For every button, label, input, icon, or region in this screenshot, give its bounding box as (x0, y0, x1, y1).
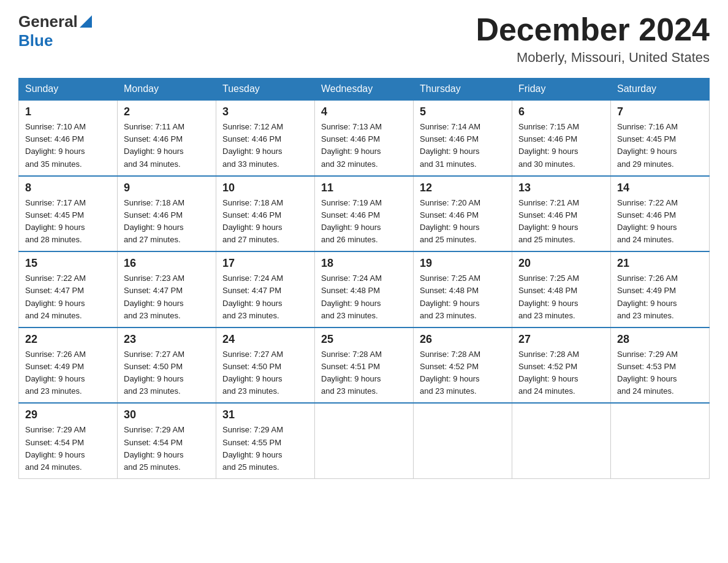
weekday-header-tuesday: Tuesday (216, 79, 315, 101)
day-info: Sunrise: 7:29 AMSunset: 4:54 PMDaylight:… (124, 424, 210, 473)
calendar-cell: 22Sunrise: 7:26 AMSunset: 4:49 PMDayligh… (19, 327, 118, 404)
day-number: 4 (321, 105, 407, 118)
calendar-cell: 6Sunrise: 7:15 AMSunset: 4:46 PMDaylight… (512, 100, 611, 176)
day-number: 11 (321, 182, 407, 194)
day-info: Sunrise: 7:12 AMSunset: 4:46 PMDaylight:… (222, 121, 308, 170)
day-info: Sunrise: 7:24 AMSunset: 4:47 PMDaylight:… (222, 272, 308, 322)
calendar-cell: 11Sunrise: 7:19 AMSunset: 4:46 PMDayligh… (315, 176, 414, 252)
day-number: 24 (222, 333, 308, 346)
calendar-table: SundayMondayTuesdayWednesdayThursdayFrid… (18, 78, 710, 479)
logo-general-text: General (18, 12, 78, 31)
day-number: 9 (124, 182, 210, 194)
day-info: Sunrise: 7:17 AMSunset: 4:45 PMDaylight:… (25, 197, 111, 247)
day-info: Sunrise: 7:10 AMSunset: 4:46 PMDaylight:… (25, 121, 111, 170)
day-number: 12 (420, 182, 506, 194)
day-info: Sunrise: 7:19 AMSunset: 4:46 PMDaylight:… (321, 197, 407, 247)
day-info: Sunrise: 7:29 AMSunset: 4:53 PMDaylight:… (617, 348, 703, 398)
day-number: 27 (518, 333, 604, 346)
day-number: 8 (25, 182, 111, 194)
day-number: 26 (420, 333, 506, 346)
day-number: 7 (617, 105, 703, 118)
calendar-cell: 5Sunrise: 7:14 AMSunset: 4:46 PMDaylight… (414, 100, 512, 176)
weekday-header-thursday: Thursday (414, 79, 512, 101)
calendar-cell: 24Sunrise: 7:27 AMSunset: 4:50 PMDayligh… (216, 327, 315, 404)
calendar-cell: 12Sunrise: 7:20 AMSunset: 4:46 PMDayligh… (414, 176, 512, 252)
calendar-cell (315, 403, 414, 478)
day-number: 5 (420, 105, 506, 118)
calendar-cell: 9Sunrise: 7:18 AMSunset: 4:46 PMDaylight… (118, 176, 216, 252)
day-number: 15 (25, 257, 111, 270)
calendar-cell: 14Sunrise: 7:22 AMSunset: 4:46 PMDayligh… (611, 176, 710, 252)
calendar-cell: 13Sunrise: 7:21 AMSunset: 4:46 PMDayligh… (512, 176, 611, 252)
calendar-cell: 21Sunrise: 7:26 AMSunset: 4:49 PMDayligh… (611, 251, 710, 327)
month-year-title: December 2024 (476, 12, 710, 47)
calendar-cell: 2Sunrise: 7:11 AMSunset: 4:46 PMDaylight… (118, 100, 216, 176)
calendar-cell: 3Sunrise: 7:12 AMSunset: 4:46 PMDaylight… (216, 100, 315, 176)
calendar-week-row: 29Sunrise: 7:29 AMSunset: 4:54 PMDayligh… (19, 403, 710, 478)
calendar-cell: 23Sunrise: 7:27 AMSunset: 4:50 PMDayligh… (118, 327, 216, 404)
day-number: 28 (617, 333, 703, 346)
logo-triangle-icon (80, 15, 92, 28)
calendar-cell (512, 403, 611, 478)
calendar-cell: 26Sunrise: 7:28 AMSunset: 4:52 PMDayligh… (414, 327, 512, 404)
day-info: Sunrise: 7:14 AMSunset: 4:46 PMDaylight:… (420, 121, 506, 170)
day-number: 16 (124, 257, 210, 270)
day-number: 23 (124, 333, 210, 346)
weekday-header-saturday: Saturday (611, 79, 710, 101)
day-info: Sunrise: 7:29 AMSunset: 4:55 PMDaylight:… (222, 424, 308, 473)
day-number: 18 (321, 257, 407, 270)
day-info: Sunrise: 7:29 AMSunset: 4:54 PMDaylight:… (25, 424, 111, 473)
day-info: Sunrise: 7:28 AMSunset: 4:52 PMDaylight:… (518, 348, 604, 398)
day-info: Sunrise: 7:25 AMSunset: 4:48 PMDaylight:… (420, 272, 506, 322)
day-number: 29 (25, 408, 111, 421)
calendar-cell: 17Sunrise: 7:24 AMSunset: 4:47 PMDayligh… (216, 251, 315, 327)
calendar-title-area: December 2024 Moberly, Missouri, United … (476, 12, 710, 66)
day-info: Sunrise: 7:18 AMSunset: 4:46 PMDaylight:… (222, 197, 308, 247)
calendar-cell: 28Sunrise: 7:29 AMSunset: 4:53 PMDayligh… (611, 327, 710, 404)
day-number: 3 (222, 105, 308, 118)
day-info: Sunrise: 7:23 AMSunset: 4:47 PMDaylight:… (124, 272, 210, 322)
day-number: 17 (222, 257, 308, 270)
day-number: 13 (518, 182, 604, 194)
day-info: Sunrise: 7:24 AMSunset: 4:48 PMDaylight:… (321, 272, 407, 322)
calendar-cell: 1Sunrise: 7:10 AMSunset: 4:46 PMDaylight… (19, 100, 118, 176)
day-info: Sunrise: 7:16 AMSunset: 4:45 PMDaylight:… (617, 121, 703, 170)
day-info: Sunrise: 7:13 AMSunset: 4:46 PMDaylight:… (321, 121, 407, 170)
day-info: Sunrise: 7:28 AMSunset: 4:51 PMDaylight:… (321, 348, 407, 398)
calendar-cell (414, 403, 512, 478)
day-info: Sunrise: 7:22 AMSunset: 4:47 PMDaylight:… (25, 272, 111, 322)
day-number: 2 (124, 105, 210, 118)
day-number: 1 (25, 105, 111, 118)
day-info: Sunrise: 7:25 AMSunset: 4:48 PMDaylight:… (518, 272, 604, 322)
day-info: Sunrise: 7:27 AMSunset: 4:50 PMDaylight:… (124, 348, 210, 398)
calendar-cell: 19Sunrise: 7:25 AMSunset: 4:48 PMDayligh… (414, 251, 512, 327)
calendar-cell: 8Sunrise: 7:17 AMSunset: 4:45 PMDaylight… (19, 176, 118, 252)
calendar-cell: 18Sunrise: 7:24 AMSunset: 4:48 PMDayligh… (315, 251, 414, 327)
weekday-header-friday: Friday (512, 79, 611, 101)
day-info: Sunrise: 7:28 AMSunset: 4:52 PMDaylight:… (420, 348, 506, 398)
calendar-cell: 31Sunrise: 7:29 AMSunset: 4:55 PMDayligh… (216, 403, 315, 478)
calendar-week-row: 8Sunrise: 7:17 AMSunset: 4:45 PMDaylight… (19, 176, 710, 252)
calendar-cell: 4Sunrise: 7:13 AMSunset: 4:46 PMDaylight… (315, 100, 414, 176)
logo-blue-text: Blue (18, 31, 53, 50)
calendar-cell: 25Sunrise: 7:28 AMSunset: 4:51 PMDayligh… (315, 327, 414, 404)
day-info: Sunrise: 7:15 AMSunset: 4:46 PMDaylight:… (518, 121, 604, 170)
day-number: 22 (25, 333, 111, 346)
day-info: Sunrise: 7:22 AMSunset: 4:46 PMDaylight:… (617, 197, 703, 247)
calendar-cell: 10Sunrise: 7:18 AMSunset: 4:46 PMDayligh… (216, 176, 315, 252)
calendar-cell (611, 403, 710, 478)
day-info: Sunrise: 7:26 AMSunset: 4:49 PMDaylight:… (617, 272, 703, 322)
weekday-header-wednesday: Wednesday (315, 79, 414, 101)
day-info: Sunrise: 7:21 AMSunset: 4:46 PMDaylight:… (518, 197, 604, 247)
page-header: General Blue December 2024 Moberly, Miss… (18, 12, 710, 66)
calendar-week-row: 15Sunrise: 7:22 AMSunset: 4:47 PMDayligh… (19, 251, 710, 327)
calendar-cell: 30Sunrise: 7:29 AMSunset: 4:54 PMDayligh… (118, 403, 216, 478)
day-number: 6 (518, 105, 604, 118)
day-info: Sunrise: 7:18 AMSunset: 4:46 PMDaylight:… (124, 197, 210, 247)
calendar-week-row: 22Sunrise: 7:26 AMSunset: 4:49 PMDayligh… (19, 327, 710, 404)
logo: General Blue (18, 12, 92, 50)
day-info: Sunrise: 7:27 AMSunset: 4:50 PMDaylight:… (222, 348, 308, 398)
day-info: Sunrise: 7:26 AMSunset: 4:49 PMDaylight:… (25, 348, 111, 398)
day-number: 31 (222, 408, 308, 421)
day-number: 14 (617, 182, 703, 194)
